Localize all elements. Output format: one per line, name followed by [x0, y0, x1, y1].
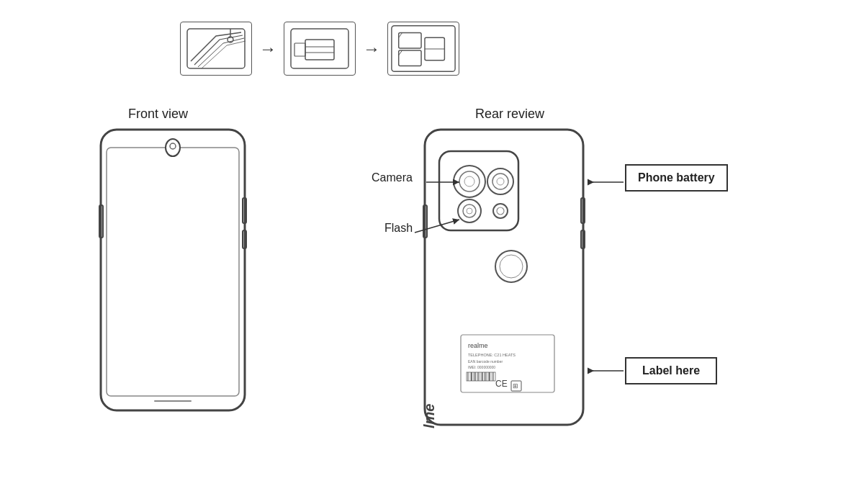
step1-box [180, 22, 252, 76]
camera-label: Camera [372, 171, 413, 184]
svg-text:TELEPHONE: C21 HEATS: TELEPHONE: C21 HEATS [468, 353, 516, 357]
step2-box [284, 22, 356, 76]
svg-rect-7 [294, 43, 305, 56]
main-container: → → [0, 0, 864, 504]
arrow2: → [363, 39, 380, 59]
svg-text:realme: realme [468, 342, 488, 349]
phone-front-svg [94, 126, 252, 414]
front-view-label: Front view [128, 107, 188, 122]
svg-text:⊞: ⊞ [513, 382, 518, 390]
svg-text:realme: realme [421, 404, 437, 429]
svg-text:IMEI: 000000000: IMEI: 000000000 [468, 365, 495, 369]
flash-label: Flash [384, 222, 413, 235]
svg-rect-10 [399, 50, 421, 66]
svg-rect-9 [399, 32, 421, 48]
svg-rect-0 [187, 29, 245, 68]
svg-text:EAN barcode number: EAN barcode number [468, 359, 503, 364]
phone-battery-label: Phone battery [625, 164, 728, 192]
svg-rect-4 [305, 40, 334, 60]
svg-text:CE: CE [495, 379, 508, 389]
arrow1: → [259, 39, 276, 59]
step3-box [387, 22, 459, 76]
top-steps: → → [180, 22, 459, 76]
label-here-label: Label here [625, 357, 717, 384]
svg-rect-3 [291, 29, 348, 68]
phone-rear-svg: realme TELEPHONE: C21 HEATS EAN barcode … [418, 126, 590, 428]
svg-point-15 [166, 139, 180, 156]
svg-rect-14 [107, 148, 239, 396]
rear-view-label: Rear review [475, 107, 544, 122]
